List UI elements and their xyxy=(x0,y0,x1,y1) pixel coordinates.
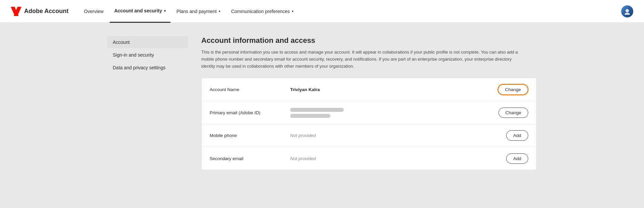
sidebar-item-account[interactable]: Account xyxy=(107,36,188,48)
row-label-primary-email: Primary email (Adobe ID) xyxy=(210,110,290,115)
table-row: Mobile phone Not provided Add xyxy=(202,124,536,147)
chevron-down-icon: ▾ xyxy=(164,9,166,13)
table-row: Account Name Triviyan Kalra Change xyxy=(202,78,536,101)
row-value-mobile-phone: Not provided xyxy=(290,133,506,138)
row-value-primary-email xyxy=(290,108,498,118)
adobe-logo-icon xyxy=(11,6,21,17)
main-content: Account information and access This is t… xyxy=(188,36,537,195)
table-row: Secondary email Not provided Add xyxy=(202,147,536,170)
sidebar-item-signin-security[interactable]: Sign-in and security xyxy=(107,49,188,61)
brand[interactable]: Adobe Account xyxy=(11,6,68,17)
chevron-down-icon: ▾ xyxy=(219,9,220,13)
blurred-email-bar-1 xyxy=(290,108,344,112)
sidebar: Account Sign-in and security Data and pr… xyxy=(107,36,188,195)
nav-item-overview[interactable]: Overview xyxy=(79,0,108,23)
change-account-name-button[interactable]: Change xyxy=(498,84,528,95)
add-mobile-phone-button[interactable]: Add xyxy=(506,130,528,141)
chevron-down-icon: ▾ xyxy=(292,9,293,13)
add-secondary-email-button[interactable]: Add xyxy=(506,153,528,164)
nav-item-account-security[interactable]: Account and security ▾ xyxy=(110,0,170,23)
brand-name: Adobe Account xyxy=(24,8,68,15)
row-label-account-name: Account Name xyxy=(210,87,290,92)
page-container: Account Sign-in and security Data and pr… xyxy=(87,23,557,208)
nav-items: Overview Account and security ▾ Plans an… xyxy=(79,0,621,22)
avatar[interactable] xyxy=(621,5,633,17)
change-primary-email-button[interactable]: Change xyxy=(498,108,528,118)
blurred-email-bar-2 xyxy=(290,114,330,118)
table-row: Primary email (Adobe ID) Change xyxy=(202,101,536,124)
row-label-mobile-phone: Mobile phone xyxy=(210,133,290,138)
user-menu[interactable] xyxy=(621,5,633,17)
row-label-secondary-email: Secondary email xyxy=(210,156,290,161)
nav-item-plans-payment[interactable]: Plans and payment ▾ xyxy=(172,0,225,23)
nav-item-communication[interactable]: Communication preferences ▾ xyxy=(226,0,298,23)
section-description: This is the personal information you use… xyxy=(201,49,523,70)
svg-point-0 xyxy=(626,9,629,12)
section-title: Account information and access xyxy=(201,36,537,45)
row-value-account-name: Triviyan Kalra xyxy=(290,87,498,92)
row-value-secondary-email: Not provided xyxy=(290,156,506,161)
info-table: Account Name Triviyan Kalra Change Prima… xyxy=(201,78,537,170)
sidebar-item-data-privacy[interactable]: Data and privacy settings xyxy=(107,62,188,74)
navbar: Adobe Account Overview Account and secur… xyxy=(0,0,644,23)
